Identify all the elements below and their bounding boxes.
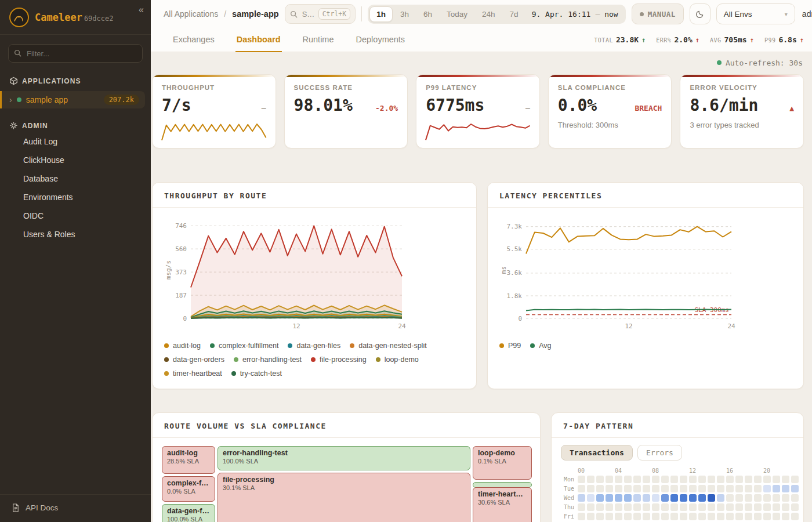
tabs-row: ExchangesDashboardRuntimeDeployments TOT… [151,28,812,52]
environment-select[interactable]: All Envs ▾ [716,3,795,24]
heatmap-cell [782,476,789,483]
treemap-box-name: complex-fulfil... [167,479,210,487]
heatmap-cell [643,513,650,520]
treemap-box-data-gen-files[interactable]: data-gen-files100.0% SLA [162,504,215,522]
tab-deployments[interactable]: Deployments [355,28,407,52]
svg-text:12: 12 [625,322,632,330]
route-legend-data-gen-files[interactable]: data-gen-files [288,342,340,350]
date-range-display[interactable]: 9. Apr. 16:11 — now [526,10,624,19]
stat-label: P99 [764,37,776,44]
range-button-today[interactable]: Today [440,6,474,22]
treemap-box-timer-heartbeat[interactable]: timer-heartbeat30.6% SLA [473,487,532,522]
breadcrumb-root[interactable]: All Applications [164,9,218,19]
sidebar-item-database[interactable]: Database [0,169,151,188]
heatmap-cell [782,485,789,492]
heatmap-cell [670,503,678,511]
stat-value: 2.0% [674,35,692,44]
collapse-sidebar-icon[interactable]: « [139,5,144,15]
route-legend-loop-demo[interactable]: loop-demo [376,356,419,364]
treemap-box-name: data-gen-files [167,507,210,515]
search-shortcut: Ctrl+K [318,8,351,20]
heatmap-cell [698,513,706,520]
sidebar-item-audit-log[interactable]: Audit Log [0,132,151,151]
sidebar-item-clickhouse[interactable]: ClickHouse [0,151,151,169]
route-legend-audit-log[interactable]: audit-log [164,342,201,350]
user-menu[interactable]: admin [801,9,812,19]
trend-arrow-icon: ↑ [750,36,754,44]
range-button-6h[interactable]: 6h [416,6,439,22]
latency-legend-p99[interactable]: P99 [499,342,521,350]
sidebar-item-environments[interactable]: Environments [0,188,151,206]
search-input[interactable] [301,9,315,19]
stat-label: AVG [710,37,722,44]
sidebar-item-sample-app[interactable]: › sample app 207.2k [0,91,145,108]
route-legend-error-handling-test[interactable]: error-handling-test [234,356,302,364]
count-badge: 207.2k [104,95,139,105]
tab-dashboard[interactable]: Dashboard [235,28,282,52]
treemap-box-sla: 0.0% SLA [167,488,210,495]
treemap-box-loop-demo[interactable]: loop-demo0.1% SLA [473,446,532,480]
manual-refresh-button[interactable]: MANUAL [632,3,684,24]
legend-label: data-gen-files [296,342,340,350]
treemap-box-file-processing[interactable]: file-processing30.1% SLA [217,473,470,522]
heatmap-cell [763,476,771,483]
tabs: ExchangesDashboardRuntimeDeployments [172,28,406,52]
toggle-transactions[interactable]: Transactions [561,445,633,461]
heatmap-cell [596,476,604,483]
heatmap-cell [633,476,641,483]
heatmap-cell [633,513,641,520]
svg-text:5.5k: 5.5k [507,245,523,253]
panel-title: THROUGHPUT BY ROUTE [153,183,476,208]
heatmap-cell [615,513,622,520]
heatmap-cell [633,485,641,492]
sidebar-item-oidc[interactable]: OIDC [0,206,151,225]
range-button-3h[interactable]: 3h [393,6,416,22]
time-range-control: 1h3h6hToday24h7d 9. Apr. 16:11 — now [368,5,625,24]
app-root: Cameleer69dcce2 « APPLICATIONS › sample … [0,0,812,522]
treemap-box-error-handling-test[interactable]: error-handling-test100.0% SLA [217,446,470,470]
heatmap-cell [596,494,604,502]
stat-total: TOTAL23.8K↑ [594,35,646,44]
sidebar-item-users-roles[interactable]: Users & Roles [0,225,151,244]
heatmap-cell [773,485,780,492]
heatmap-cell [680,513,687,520]
legend-dot-icon [164,357,169,362]
range-button-7d[interactable]: 7d [503,6,525,22]
filter-input[interactable] [8,44,143,63]
tab-runtime[interactable]: Runtime [302,28,335,52]
kpi-subtitle: Threshold: 300ms [558,121,662,129]
latency-legend-avg[interactable]: Avg [530,342,551,350]
heatmap-cell [578,485,585,492]
treemap-box-sla: 100.0% SLA [167,516,210,522]
route-legend-data-gen-nested-split[interactable]: data-gen-nested-split [350,342,426,350]
treemap-box-audit-log[interactable]: audit-log28.5% SLA [162,446,215,474]
heatmap-cell [643,503,650,511]
heatmap-cell [763,485,771,492]
panel-title: ROUTE VOLUME VS SLA COMPLIANCE [153,413,540,438]
toggle-errors[interactable]: Errors [637,445,682,461]
api-docs-link[interactable]: API Docs [0,494,151,522]
theme-toggle-button[interactable] [690,3,710,24]
route-legend-timer-heartbeat[interactable]: timer-heartbeat [164,369,222,378]
global-search[interactable]: Ctrl+K [285,4,356,24]
heatmap-cell [773,494,780,502]
stat-label: ERR% [656,37,671,44]
route-legend-complex-fulfillment[interactable]: complex-fulfillment [210,342,279,350]
tab-exchanges[interactable]: Exchanges [172,28,216,52]
heatmap-cell [578,503,585,511]
stat-err: ERR%2.0%↑ [656,35,699,44]
chevron-down-icon: ▾ [785,11,788,17]
stat-label: TOTAL [594,37,613,44]
heatmap-hours: 000408121620 [561,467,794,474]
heatmap-cell [624,494,632,502]
treemap-box-complex-fulfil[interactable]: complex-fulfil...0.0% SLA [162,476,215,502]
topbar: All Applications / sample-app Ctrl+K 1h3… [151,0,812,28]
range-button-1h[interactable]: 1h [369,6,393,22]
brand-name: Cameleer [35,12,82,23]
route-legend-try-catch-test[interactable]: try-catch-test [231,369,282,378]
route-legend-file-processing[interactable]: file-processing [311,356,367,364]
panel-body: TransactionsErrors 000408121620MonTueWed… [552,438,803,522]
route-legend-data-gen-orders[interactable]: data-gen-orders [164,356,224,364]
range-button-24h[interactable]: 24h [475,6,502,22]
chevron-right-icon: › [9,95,12,104]
